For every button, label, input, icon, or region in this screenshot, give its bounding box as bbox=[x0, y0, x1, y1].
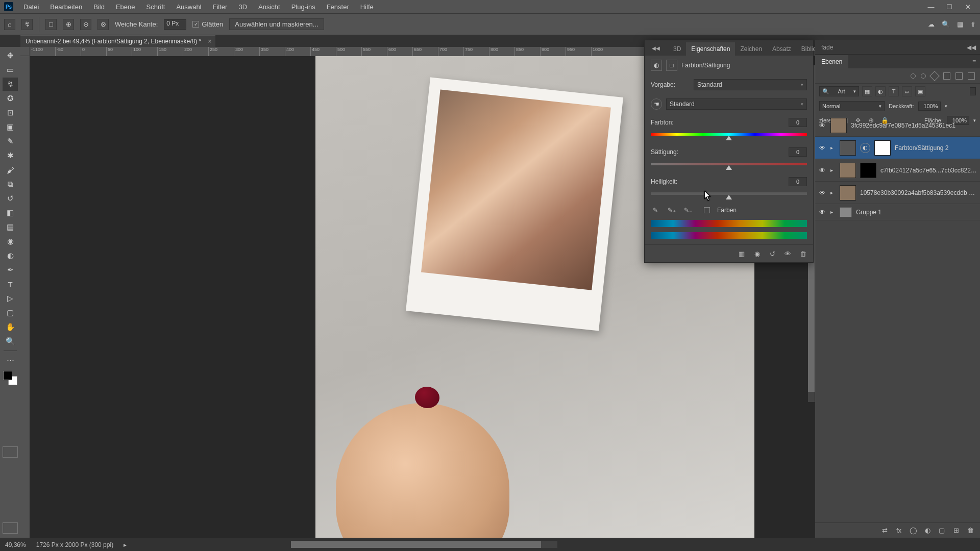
hue-slider[interactable] bbox=[651, 130, 807, 139]
layer-fx-icon[interactable]: fx bbox=[894, 526, 903, 535]
filter-adjust-icon[interactable]: ◐ bbox=[875, 86, 886, 96]
path-select-tool[interactable]: ▷ bbox=[3, 292, 18, 305]
menu-fenster[interactable]: Fenster bbox=[322, 1, 354, 13]
panel-menu-icon[interactable]: ≡ bbox=[968, 55, 980, 68]
filter-toggle[interactable] bbox=[970, 87, 976, 95]
menu-ansicht[interactable]: Ansicht bbox=[253, 1, 285, 13]
select-and-mask-button[interactable]: Auswählen und maskieren... bbox=[229, 18, 324, 30]
heal-tool[interactable]: ✱ bbox=[3, 149, 18, 162]
hue-value[interactable]: 0 bbox=[789, 118, 807, 127]
layer-group-row[interactable]: 👁 ▸ Gruppe 1 bbox=[815, 204, 980, 220]
window-close[interactable]: ✕ bbox=[961, 3, 975, 11]
panel-collapse-icon[interactable]: ◀◀ bbox=[963, 41, 980, 54]
panel-collapse-icon[interactable]: ◀◀ bbox=[647, 42, 665, 54]
toggle-visibility-icon[interactable]: 👁 bbox=[782, 249, 793, 258]
brush-tool[interactable]: 🖌 bbox=[3, 163, 18, 177]
blend-mode-select[interactable]: Normal▾ bbox=[819, 101, 885, 111]
menu-bild[interactable]: Bild bbox=[88, 1, 110, 13]
snapshot-icon[interactable] bbox=[968, 72, 975, 80]
feather-input[interactable]: 0 Px bbox=[164, 19, 186, 30]
delete-adjustment-icon[interactable]: 🗑 bbox=[798, 249, 808, 258]
visibility-icon[interactable]: 👁 bbox=[818, 209, 826, 216]
quick-mask[interactable] bbox=[3, 446, 18, 458]
layer-thumbnail[interactable] bbox=[830, 118, 847, 133]
zoom-tool[interactable]: 🔍 bbox=[3, 335, 18, 348]
tab-3d[interactable]: 3D bbox=[668, 42, 686, 56]
shape-tool[interactable]: ▢ bbox=[3, 306, 18, 319]
menu-schrift[interactable]: Schrift bbox=[141, 1, 170, 13]
stamp-tool[interactable]: ⧉ bbox=[3, 178, 18, 191]
expand-icon[interactable]: ▸ bbox=[830, 190, 836, 195]
tab-ebenen[interactable]: Ebenen bbox=[815, 55, 848, 68]
status-expand-icon[interactable]: ▸ bbox=[124, 541, 127, 548]
view-previous-icon[interactable]: ◉ bbox=[752, 249, 762, 258]
quick-select-tool[interactable]: ✪ bbox=[3, 92, 18, 105]
menu-ebene[interactable]: Ebene bbox=[111, 1, 140, 13]
menu-datei[interactable]: Datei bbox=[18, 1, 44, 13]
expand-icon[interactable]: ▸ bbox=[830, 167, 836, 173]
selection-intersect-icon[interactable]: ⊗ bbox=[97, 19, 109, 30]
visibility-icon[interactable]: 👁 bbox=[818, 189, 826, 196]
link-layers-icon[interactable]: ⇄ bbox=[880, 526, 889, 535]
close-tab-icon[interactable]: × bbox=[208, 38, 211, 45]
search-icon[interactable]: 🔍 bbox=[942, 20, 950, 28]
pen-tool[interactable]: ✒ bbox=[3, 263, 18, 277]
menu-3d[interactable]: 3D bbox=[233, 1, 252, 13]
horizontal-scrollbar[interactable] bbox=[291, 541, 557, 548]
type-tool[interactable]: T bbox=[3, 278, 18, 291]
window-maximize[interactable]: ☐ bbox=[942, 3, 957, 11]
new-adjustment-icon[interactable]: ◐ bbox=[923, 526, 932, 535]
layer-name[interactable]: 3fc992edc9af7e0857e1d5a245361ec1 bbox=[851, 122, 977, 129]
selection-new-icon[interactable]: □ bbox=[45, 19, 57, 30]
gradient-tool[interactable]: ▤ bbox=[3, 220, 18, 234]
layer-mask[interactable] bbox=[860, 163, 876, 178]
clip-to-layer-icon[interactable]: ▥ bbox=[737, 249, 747, 258]
dodge-tool[interactable]: ◐ bbox=[3, 249, 18, 262]
saturation-value[interactable]: 0 bbox=[789, 147, 807, 157]
reset-icon[interactable]: ↺ bbox=[767, 249, 777, 258]
window-minimize[interactable]: ― bbox=[924, 3, 938, 11]
blur-tool[interactable]: ◉ bbox=[3, 235, 18, 248]
layer-thumbnail[interactable] bbox=[840, 140, 856, 156]
antialias-checkbox[interactable]: ✓Glätten bbox=[192, 20, 223, 28]
menu-auswahl[interactable]: Auswahl bbox=[171, 1, 206, 13]
tool-lasso-icon[interactable]: ↯ bbox=[21, 19, 33, 30]
new-layer-icon[interactable]: ⊞ bbox=[951, 526, 961, 535]
home-icon[interactable]: ⌂ bbox=[4, 19, 15, 30]
layer-row[interactable]: 👁 ▸ c7fb024127a5c7e65...7cb3cc82234 Kopi… bbox=[815, 159, 980, 182]
move-tool[interactable]: ✥ bbox=[3, 49, 18, 62]
filter-shape-icon[interactable]: ▱ bbox=[902, 86, 912, 96]
delete-layer-icon[interactable]: 🗑 bbox=[966, 526, 975, 535]
cloud-docs-icon[interactable]: ☁ bbox=[928, 20, 935, 28]
expand-icon[interactable]: ▸ bbox=[830, 209, 836, 215]
filter-type-icon[interactable]: T bbox=[889, 86, 899, 96]
visibility-icon[interactable]: 👁 bbox=[818, 144, 826, 152]
layer-name[interactable]: Farbton/Sättigung 2 bbox=[895, 144, 977, 152]
layer-thumbnail[interactable] bbox=[840, 185, 856, 201]
saturation-slider[interactable] bbox=[651, 160, 807, 169]
menu-filter[interactable]: Filter bbox=[208, 1, 233, 13]
tab-pfade[interactable]: fade bbox=[815, 41, 839, 54]
tab-eigenschaften[interactable]: Eigenschaften bbox=[686, 42, 735, 56]
screen-mode[interactable] bbox=[3, 522, 18, 534]
visibility-icon[interactable]: 👁 bbox=[818, 122, 826, 129]
filter-pixel-icon[interactable]: ▦ bbox=[862, 86, 872, 96]
snapshot-icon[interactable] bbox=[943, 72, 950, 80]
layer-row[interactable]: 👁 ▸ ◐ Farbton/Sättigung 2 bbox=[815, 137, 980, 159]
opacity-input[interactable]: 100% bbox=[918, 102, 941, 111]
selection-subtract-icon[interactable]: ⊖ bbox=[80, 19, 91, 30]
eyedropper-tool[interactable]: ✎ bbox=[3, 135, 18, 148]
layer-name[interactable]: 10578e30b30092a4abf5b83a539ecddb Kopie bbox=[860, 189, 977, 196]
filter-smart-icon[interactable]: ▣ bbox=[915, 86, 925, 96]
lasso-tool[interactable]: ↯ bbox=[3, 78, 18, 91]
menu-hilfe[interactable]: Hilfe bbox=[355, 1, 379, 13]
crop-tool[interactable]: ⊡ bbox=[3, 106, 18, 119]
selection-add-icon[interactable]: ⊕ bbox=[63, 19, 74, 30]
ruler-origin[interactable] bbox=[20, 47, 30, 56]
layer-mask[interactable] bbox=[874, 140, 891, 156]
snapshot-icon[interactable] bbox=[911, 73, 916, 79]
eyedropper-add-icon[interactable]: ✎₊ bbox=[667, 206, 676, 215]
menu-plugins[interactable]: Plug-ins bbox=[286, 1, 321, 13]
new-group-icon[interactable]: ▢ bbox=[937, 526, 946, 535]
marquee-tool[interactable]: ▭ bbox=[3, 63, 18, 77]
